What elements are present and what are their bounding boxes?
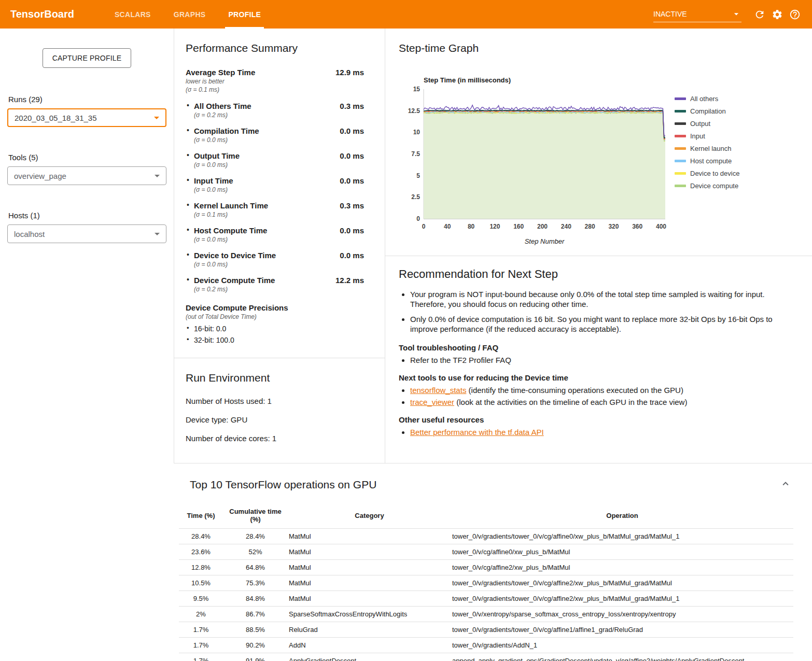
help-button[interactable] — [786, 6, 804, 23]
svg-text:5: 5 — [416, 172, 420, 179]
cell-category: ApplyGradientDescent — [288, 653, 451, 661]
metric-sigma: (σ = 0.0 ms) — [194, 236, 267, 243]
metric-label: Kernel Launch Time — [194, 201, 268, 210]
tab-scalars[interactable]: SCALARS — [103, 0, 162, 29]
tab-graphs[interactable]: GRAPHS — [162, 0, 217, 29]
metric-value: 12.9 ms — [335, 68, 364, 93]
metric-row: Device Compute Time (σ = 0.2 ms) 12.2 ms — [186, 276, 364, 293]
metric-row: Compilation Time (σ = 0.0 ms) 0.0 ms — [186, 126, 364, 144]
svg-text:320: 320 — [608, 223, 619, 230]
chart-x-axis-label: Step Number — [424, 237, 665, 245]
chevron-up-icon — [780, 478, 791, 489]
recommendation-list: Your program is NOT input-bound because … — [399, 289, 791, 334]
top-ops-table: Time (%) Cumulative time (%) Category Op… — [179, 504, 793, 661]
legend-swatch — [675, 172, 686, 175]
legend-swatch — [675, 122, 686, 125]
cell-time: 1.7% — [179, 638, 223, 653]
precision-item: 32-bit: 100.0 — [186, 336, 364, 344]
cell-category: MatMul — [288, 591, 451, 607]
runs-value: 2020_03_05_18_31_35 — [15, 114, 154, 122]
step-time-chart: 02.557.51012.515040801201602002402803203… — [406, 86, 668, 232]
cell-category: SparseSoftmaxCrossEntropyWithLogits — [288, 607, 451, 622]
svg-text:40: 40 — [444, 223, 451, 230]
cell-time: 2% — [179, 607, 223, 622]
tab-profile[interactable]: PROFILE — [217, 0, 272, 29]
cell-cumulative: 84.8% — [223, 591, 288, 607]
svg-text:10: 10 — [413, 129, 421, 136]
metric-row: Output Time (σ = 0.0 ms) 0.0 ms — [186, 151, 364, 168]
step-time-graph-card: Step-time Graph Step Time (in millisecon… — [385, 29, 812, 256]
cell-cumulative: 28.4% — [223, 529, 288, 544]
tool-link-description: (identify the time-consuming operations … — [466, 386, 683, 395]
cell-operation: append_apply_gradient_ops/GradientDescen… — [451, 653, 793, 661]
chart-host: 02.557.51012.515040801201602002402803203… — [406, 86, 668, 234]
refresh-button[interactable] — [751, 6, 768, 23]
cell-cumulative: 64.8% — [223, 560, 288, 575]
runs-dropdown[interactable]: 2020_03_05_18_31_35 — [7, 108, 166, 127]
svg-text:0: 0 — [422, 223, 426, 230]
cell-operation: tower_0/v/xentropy/sparse_softmax_cross_… — [451, 607, 793, 622]
refresh-icon — [754, 9, 765, 20]
metric-sigma: (σ = 0.2 ms) — [194, 286, 275, 293]
run-status-dropdown[interactable]: INACTIVE — [653, 7, 741, 22]
resources-heading: Other useful resources — [399, 415, 791, 424]
metric-sigma: (σ = 0.1 ms) — [186, 86, 255, 93]
precision-item: 16-bit: 0.0 — [186, 325, 364, 333]
metric-row: Input Time (σ = 0.0 ms) 0.0 ms — [186, 176, 364, 193]
legend-item: Output — [675, 120, 739, 128]
cell-cumulative: 75.3% — [223, 575, 288, 591]
metric-row: Kernel Launch Time (σ = 0.1 ms) 0.3 ms — [186, 201, 364, 218]
next-tools-heading: Next tools to use for reducing the Devic… — [399, 373, 791, 382]
table-body: 28.4% 28.4% MatMul tower_0/v/gradients/t… — [179, 529, 793, 661]
faq-heading: Tool troubleshooting / FAQ — [399, 343, 791, 352]
settings-button[interactable] — [768, 6, 786, 23]
legend-item: Device compute — [675, 182, 739, 190]
table-row: 1.7% 88.5% ReluGrad tower_0/v/gradients/… — [179, 622, 793, 638]
metric-label: Output Time — [194, 151, 240, 160]
svg-text:120: 120 — [489, 223, 500, 230]
legend-swatch — [675, 110, 686, 112]
recommendation-item: Only 0.0% of device computation is 16 bi… — [410, 314, 791, 334]
cell-cumulative: 91.9% — [223, 653, 288, 661]
run-environment-card: Run Environment Number of Hosts used: 1 … — [174, 358, 385, 463]
main-nav: SCALARS GRAPHS PROFILE — [103, 0, 272, 29]
cell-operation: tower_0/v/gradients/tower_0/v/cg/affine2… — [451, 591, 793, 607]
capture-profile-button[interactable]: CAPTURE PROFILE — [43, 48, 132, 68]
tool-link[interactable]: trace_viewer — [410, 398, 454, 406]
table-row: 12.8% 64.8% MatMul tower_0/v/cg/affine2/… — [179, 560, 793, 575]
metric-sigma: (σ = 0.1 ms) — [194, 211, 268, 218]
top-ops-card: Top 10 TensorFlow operations on GPU Time… — [174, 463, 812, 661]
cell-category: ReluGrad — [288, 622, 451, 638]
svg-text:200: 200 — [537, 223, 548, 230]
metric-sigma: (σ = 0.0 ms) — [194, 161, 240, 168]
metric-value: 0.0 ms — [340, 251, 364, 268]
table-row: 23.6% 52% MatMul tower_0/v/cg/affine0/xw… — [179, 544, 793, 560]
hosts-dropdown[interactable]: localhost — [7, 224, 166, 243]
chart-block: Step Time (in milliseconds) 02.557.51012… — [406, 76, 668, 245]
cell-cumulative: 90.2% — [223, 638, 288, 653]
metric-value: 0.0 ms — [340, 226, 364, 243]
legend-label: Compilation — [690, 107, 726, 115]
legend-item: Compilation — [675, 107, 739, 115]
device-compute-precisions: Device Compute Precisions (out of Total … — [186, 303, 364, 344]
tool-link[interactable]: tensorflow_stats — [410, 386, 466, 395]
legend-label: Host compute — [690, 157, 732, 165]
collapse-button[interactable] — [778, 476, 793, 493]
tools-dropdown[interactable]: overview_page — [7, 166, 166, 185]
next-tool-item: tensorflow_stats (identify the time-cons… — [410, 385, 791, 395]
table-row: 2% 86.7% SparseSoftmaxCrossEntropyWithLo… — [179, 607, 793, 622]
help-icon — [789, 9, 801, 20]
metric-sigma: (σ = 0.0 ms) — [194, 186, 233, 193]
metric-label: Compilation Time — [194, 126, 259, 135]
metric-value: 0.0 ms — [340, 151, 364, 168]
svg-text:160: 160 — [513, 223, 524, 230]
metric-label: Device to Device Time — [194, 251, 276, 260]
recommendation-item: Your program is NOT input-bound because … — [410, 289, 791, 309]
dropdown-arrow-icon — [155, 233, 160, 235]
cell-operation: tower_0/v/gradients/tower_0/v/cg/affine0… — [451, 529, 793, 544]
metric-note: lower is better — [186, 78, 255, 85]
cell-cumulative: 86.7% — [223, 607, 288, 622]
resource-link[interactable]: Better performance with the tf.data API — [410, 428, 544, 437]
tools-field: Tools (5) overview_page — [7, 153, 166, 185]
step-time-graph-title: Step-time Graph — [399, 42, 800, 54]
